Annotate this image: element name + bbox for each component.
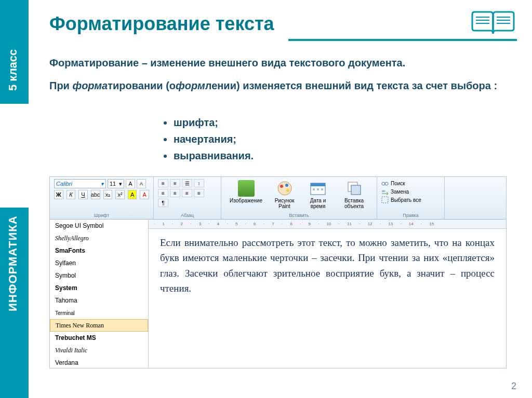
align-right-button[interactable]: ≡: [182, 189, 192, 197]
underline-button[interactable]: Ч: [78, 190, 88, 199]
find-button[interactable]: Поиск: [381, 179, 440, 187]
sidebar-gap: [0, 104, 29, 208]
font-option[interactable]: Vivaldi Italic: [50, 344, 148, 356]
font-option-selected[interactable]: Times New Roman: [50, 319, 148, 332]
title-underline: [288, 39, 517, 41]
select-all-icon: [381, 196, 389, 203]
font-option[interactable]: Trebuchet MS: [50, 332, 148, 344]
bullet-list: шрифта; начертания; выравнивания.: [161, 114, 254, 164]
font-option[interactable]: System: [50, 282, 148, 294]
insert-object-button[interactable]: Вставка объекта: [336, 179, 373, 210]
ribbon: Calibri▾ 11▾ A A Ж К Ч abc x₂ x² A A Шри…: [50, 177, 506, 219]
font-option[interactable]: Symbol: [50, 269, 148, 282]
select-all-button[interactable]: Выбрать все: [381, 196, 440, 204]
align-left-button[interactable]: ≡: [158, 189, 168, 197]
italic-button[interactable]: К: [66, 190, 76, 199]
definition-text: Форматирование – изменение внешнего вида…: [49, 57, 512, 69]
font-dropdown[interactable]: Calibri▾: [54, 179, 106, 188]
font-list-dropdown[interactable]: Segoe UI Symbol ShellyAllegro SmaFonts S…: [50, 219, 149, 368]
line-spacing-button[interactable]: ↕: [194, 179, 204, 187]
svg-point-1: [280, 185, 283, 188]
align-center-button[interactable]: ≡: [170, 189, 180, 197]
subscript-button[interactable]: x₂: [103, 190, 113, 199]
font-group-label: Шрифт: [54, 212, 149, 218]
font-option[interactable]: Terminal: [50, 307, 148, 319]
date-time-button[interactable]: Дата и время: [302, 179, 334, 210]
insert-image-label: Изображение: [230, 198, 262, 203]
edit-group: Поиск ab Замена Выбрать все Правка: [377, 177, 445, 219]
svg-rect-7: [317, 188, 319, 190]
bullets-button[interactable]: ☰: [182, 179, 192, 187]
subject-label: ИНФОРМАТИКА: [6, 215, 20, 311]
paragraph-group-label: Абзац: [158, 212, 217, 218]
shrink-font-button[interactable]: A: [137, 179, 146, 188]
insert-image-button[interactable]: Изображение: [225, 179, 267, 210]
grow-font-button[interactable]: A: [126, 179, 135, 188]
body-text: При форматировании (оформлении) изменяет…: [49, 78, 514, 93]
paragraph-group: ≡ ≡ ☰ ↕ ≡ ≡ ≡ ≡ ¶ Абзац: [154, 177, 221, 219]
font-option[interactable]: Tahoma: [50, 294, 148, 307]
palette-icon: [276, 180, 293, 197]
sidebar: 5 класс ИНФОРМАТИКА: [0, 0, 29, 398]
image-icon: [238, 180, 255, 197]
font-option[interactable]: Segoe UI Symbol: [50, 219, 148, 232]
size-dropdown[interactable]: 11▾: [108, 179, 124, 188]
document-text[interactable]: Если внимательно рассмотреть этот текст,…: [149, 229, 506, 303]
replace-button[interactable]: ab Замена: [381, 187, 440, 196]
font-option[interactable]: SmaFonts: [50, 244, 148, 257]
document-area: Segoe UI Symbol ShellyAllegro SmaFonts S…: [50, 219, 506, 368]
paint-button[interactable]: Рисунок Paint: [269, 179, 300, 210]
svg-point-0: [278, 182, 291, 195]
list-item: выравнивания.: [174, 147, 254, 164]
svg-text:ab: ab: [382, 189, 385, 193]
date-label: Дата и время: [307, 198, 329, 209]
object-label: Вставка объекта: [340, 198, 368, 209]
list-item: начертания;: [174, 131, 254, 147]
insert-group-label: Вставить: [225, 212, 373, 218]
svg-point-3: [286, 189, 289, 192]
indent-right-button[interactable]: ≡: [170, 179, 180, 187]
font-group: Calibri▾ 11▾ A A Ж К Ч abc x₂ x² A A Шри…: [50, 177, 154, 219]
book-icon: [470, 8, 516, 39]
font-option[interactable]: Verdana: [50, 356, 148, 368]
align-justify-button[interactable]: ≡: [194, 189, 204, 197]
slide-number: 2: [511, 381, 516, 392]
edit-group-label: Правка: [381, 212, 440, 218]
svg-point-11: [382, 182, 385, 185]
object-icon: [346, 180, 363, 197]
svg-rect-5: [311, 183, 325, 186]
strike-button[interactable]: abc: [91, 190, 100, 199]
font-option[interactable]: Sylfaen: [50, 257, 148, 269]
replace-icon: ab: [381, 188, 389, 195]
bold-button[interactable]: Ж: [54, 190, 63, 199]
word-screenshot: Calibri▾ 11▾ A A Ж К Ч abc x₂ x² A A Шри…: [49, 176, 507, 368]
svg-point-2: [285, 184, 288, 187]
superscript-button[interactable]: x²: [115, 190, 125, 199]
svg-rect-6: [313, 188, 315, 190]
font-color-button[interactable]: A: [140, 190, 149, 199]
insert-group: Изображение Рисунок Paint Дата и время: [221, 177, 377, 219]
binoculars-icon: [381, 180, 389, 187]
page-title: Форматирование текста: [49, 13, 274, 35]
svg-rect-14: [382, 197, 388, 203]
document-page: · 1 · 2 · 3 · 4 · 5 · 6 · 7 · 8 · 9 · 10…: [149, 219, 506, 368]
grade-label: 5 класс: [6, 49, 20, 91]
horizontal-ruler[interactable]: · 1 · 2 · 3 · 4 · 5 · 6 · 7 · 8 · 9 · 10…: [149, 219, 506, 229]
svg-rect-8: [321, 188, 323, 190]
list-item: шрифта;: [174, 114, 254, 131]
calendar-icon: [310, 180, 326, 197]
svg-rect-10: [351, 185, 361, 195]
paragraph-button[interactable]: ¶: [158, 199, 168, 207]
svg-point-12: [385, 182, 388, 185]
paint-label: Рисунок Paint: [273, 198, 296, 209]
highlight-button[interactable]: A: [128, 190, 137, 199]
font-option[interactable]: ShellyAllegro: [50, 232, 148, 244]
indent-left-button[interactable]: ≡: [158, 179, 168, 187]
